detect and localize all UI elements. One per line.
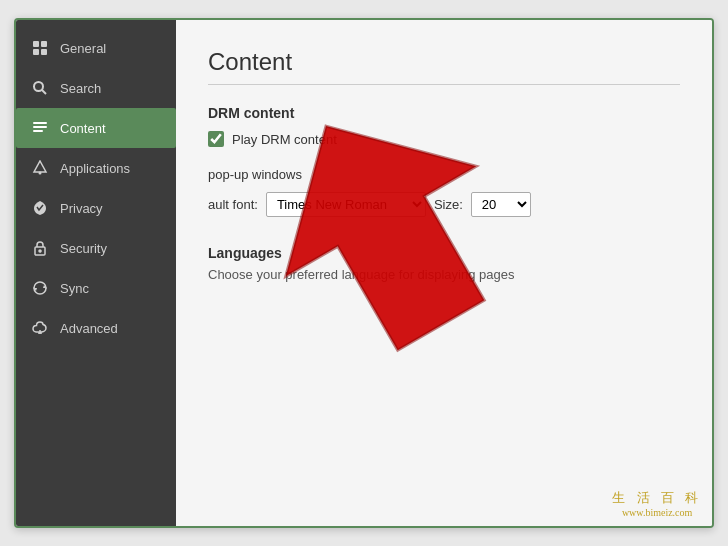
page-title: Content <box>208 48 680 85</box>
sidebar-item-search[interactable]: Search <box>16 68 176 108</box>
svg-rect-6 <box>33 122 47 124</box>
content-icon <box>30 118 50 138</box>
sidebar-label-general: General <box>60 41 106 56</box>
browser-settings-window: General Search Content <box>14 18 714 528</box>
sidebar-label-privacy: Privacy <box>60 201 103 216</box>
grid-icon <box>30 38 50 58</box>
sidebar-label-advanced: Advanced <box>60 321 118 336</box>
svg-rect-0 <box>33 41 39 47</box>
play-drm-label: Play DRM content <box>232 132 337 147</box>
svg-point-9 <box>39 172 42 175</box>
sidebar-item-applications[interactable]: Applications <box>16 148 176 188</box>
play-drm-row: Play DRM content <box>208 131 680 147</box>
sidebar-label-content: Content <box>60 121 106 136</box>
svg-rect-3 <box>41 49 47 55</box>
svg-line-5 <box>42 90 46 94</box>
font-select[interactable]: Times New Roman Arial Helvetica <box>266 192 426 217</box>
size-select[interactable]: 20 16 18 22 24 <box>471 192 531 217</box>
main-content-area: Content DRM content Play DRM content pop… <box>176 20 712 526</box>
sidebar-item-advanced[interactable]: Advanced <box>16 308 176 348</box>
languages-section: Languages Choose your preferred language… <box>208 245 680 282</box>
play-drm-checkbox[interactable] <box>208 131 224 147</box>
settings-sidebar: General Search Content <box>16 20 176 526</box>
privacy-icon <box>30 198 50 218</box>
sidebar-item-privacy[interactable]: Privacy <box>16 188 176 228</box>
svg-point-4 <box>34 82 43 91</box>
fonts-section: ault font: Times New Roman Arial Helveti… <box>208 192 680 217</box>
sidebar-label-applications: Applications <box>60 161 130 176</box>
watermark-url: www.bimeiz.com <box>612 507 702 518</box>
drm-section: DRM content Play DRM content <box>208 105 680 147</box>
advanced-icon <box>30 318 50 338</box>
popup-text: pop-up windows <box>208 167 680 182</box>
watermark-cn-text: 生 活 百 科 <box>612 489 702 507</box>
sidebar-label-search: Search <box>60 81 101 96</box>
security-icon <box>30 238 50 258</box>
watermark: 生 活 百 科 www.bimeiz.com <box>612 489 702 518</box>
svg-point-11 <box>39 250 41 252</box>
search-icon <box>30 78 50 98</box>
sidebar-item-security[interactable]: Security <box>16 228 176 268</box>
svg-rect-8 <box>33 130 43 132</box>
svg-rect-2 <box>33 49 39 55</box>
languages-description: Choose your preferred language for displ… <box>208 267 680 282</box>
sidebar-label-sync: Sync <box>60 281 89 296</box>
sync-icon <box>30 278 50 298</box>
sidebar-item-sync[interactable]: Sync <box>16 268 176 308</box>
sidebar-item-content[interactable]: Content <box>16 108 176 148</box>
drm-section-title: DRM content <box>208 105 680 121</box>
languages-title: Languages <box>208 245 680 261</box>
sidebar-label-security: Security <box>60 241 107 256</box>
applications-icon <box>30 158 50 178</box>
font-prefix: ault font: <box>208 197 258 212</box>
svg-rect-1 <box>41 41 47 47</box>
popup-section: pop-up windows <box>208 167 680 182</box>
svg-rect-7 <box>33 126 47 128</box>
size-label: Size: <box>434 197 463 212</box>
sidebar-item-general[interactable]: General <box>16 28 176 68</box>
